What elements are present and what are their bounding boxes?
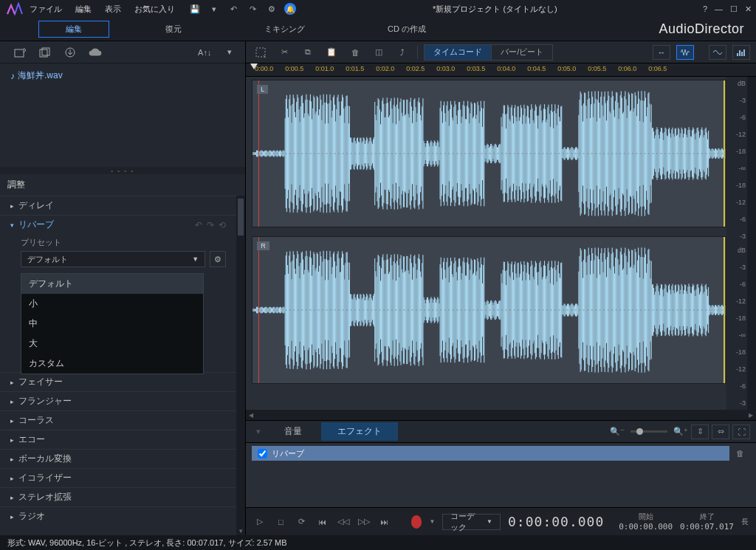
rewind-icon[interactable]: ◁◁ bbox=[337, 514, 350, 530]
save-icon[interactable]: 💾 bbox=[188, 2, 202, 16]
fx-enable-checkbox[interactable] bbox=[258, 449, 267, 458]
effect-reverb[interactable]: ▾リバーブ ↶↷⟲ bbox=[0, 215, 236, 234]
waveform-right-channel[interactable]: R bbox=[252, 236, 726, 384]
codec-button[interactable]: コーデック▼ bbox=[442, 514, 501, 530]
file-item[interactable]: ♪ 海鮮丼.wav bbox=[7, 68, 238, 83]
dropdown-icon[interactable]: ▾ bbox=[207, 2, 221, 16]
skip-start-icon[interactable]: ⏮ bbox=[316, 514, 329, 530]
loop-icon[interactable]: ⟳ bbox=[295, 514, 308, 530]
cut-icon[interactable]: ✂ bbox=[275, 44, 293, 61]
channel-label-l: L bbox=[257, 85, 268, 94]
end-marker[interactable] bbox=[724, 80, 725, 227]
mode-edit[interactable]: 編集 bbox=[38, 21, 109, 38]
effect-vocal[interactable]: ▸ボーカル変換 bbox=[0, 449, 236, 468]
tab-effect[interactable]: エフェクト bbox=[321, 422, 398, 441]
redo-icon[interactable]: ↷ bbox=[246, 2, 259, 16]
effect-phaser[interactable]: ▸フェイサー bbox=[0, 372, 236, 391]
preset-option-large[interactable]: 大 bbox=[21, 334, 203, 354]
menu-favorites[interactable]: お気に入り bbox=[134, 4, 175, 15]
forward-icon[interactable]: ▷▷ bbox=[357, 514, 371, 530]
collapse-icon[interactable]: ▾ bbox=[256, 427, 261, 436]
scrollbar-thumb[interactable] bbox=[238, 199, 244, 236]
sort-button[interactable]: A↑↓ bbox=[198, 46, 211, 59]
preset-settings-icon[interactable]: ⚙ bbox=[210, 251, 226, 267]
playhead-icon[interactable] bbox=[250, 63, 258, 69]
export-icon[interactable]: ⤴ bbox=[394, 44, 411, 61]
fx-delete-icon[interactable]: 🗑 bbox=[736, 449, 744, 458]
zoom-fit-icon[interactable]: ⛶ bbox=[732, 424, 750, 439]
effect-eq[interactable]: ▸イコライザー bbox=[0, 468, 236, 487]
undo-icon[interactable]: ↶ bbox=[195, 220, 202, 230]
timecode-button[interactable]: タイムコード bbox=[425, 45, 492, 60]
scroll-right-icon[interactable]: ▶ bbox=[746, 410, 756, 420]
stop-icon[interactable]: □ bbox=[274, 514, 287, 530]
effects-scrollbar[interactable]: ▼ bbox=[236, 196, 245, 535]
import-file-icon[interactable] bbox=[13, 46, 27, 59]
mode-mixing[interactable]: ミキシング bbox=[238, 21, 331, 37]
start-marker[interactable] bbox=[258, 80, 259, 227]
menu-edit[interactable]: 編集 bbox=[75, 4, 92, 15]
paste-icon[interactable]: 📋 bbox=[323, 44, 340, 61]
zoom-in-icon[interactable]: 🔍⁺ bbox=[673, 427, 688, 436]
library-icon[interactable] bbox=[38, 46, 52, 59]
tab-volume[interactable]: 音量 bbox=[268, 422, 318, 441]
preset-select[interactable]: デフォルト ▼ bbox=[21, 251, 205, 267]
record-options-icon[interactable]: ▼ bbox=[429, 518, 435, 525]
menu-file[interactable]: ファイル bbox=[30, 4, 62, 15]
notification-icon[interactable]: 🔔 bbox=[284, 3, 296, 15]
redo-icon[interactable]: ↷ bbox=[207, 220, 214, 230]
sort-caret-icon[interactable]: ▾ bbox=[223, 46, 236, 59]
delete-icon[interactable]: 🗑 bbox=[346, 44, 364, 61]
selection-tool-icon[interactable] bbox=[252, 44, 269, 61]
play-icon[interactable]: ▷ bbox=[253, 514, 267, 530]
menu-view[interactable]: 表示 bbox=[105, 4, 121, 15]
effect-stereo[interactable]: ▸ステレオ拡張 bbox=[0, 487, 236, 506]
zoom-out-icon[interactable]: 🔍⁻ bbox=[610, 427, 625, 436]
zoom-slider[interactable] bbox=[630, 430, 667, 433]
scroll-left-icon[interactable]: ◀ bbox=[246, 410, 256, 420]
undo-icon[interactable]: ↶ bbox=[227, 2, 240, 16]
view-mode-2-icon[interactable] bbox=[676, 45, 694, 60]
settings-icon[interactable]: ⚙ bbox=[265, 2, 278, 16]
maximize-icon[interactable]: ☐ bbox=[730, 4, 738, 14]
scroll-down-icon[interactable]: ▼ bbox=[236, 526, 245, 535]
wave-vscrollbar[interactable] bbox=[747, 77, 756, 410]
view-wave-icon[interactable] bbox=[709, 45, 726, 60]
skip-end-icon[interactable]: ⏭ bbox=[378, 514, 391, 530]
reset-icon[interactable]: ⟲ bbox=[219, 220, 226, 230]
download-icon[interactable] bbox=[63, 46, 77, 59]
zoom-horiz-icon[interactable]: ⇔ bbox=[712, 424, 729, 439]
cloud-icon[interactable] bbox=[89, 46, 102, 59]
effect-flanger[interactable]: ▸フランジャー bbox=[0, 391, 236, 410]
close-icon[interactable]: ✕ bbox=[745, 4, 752, 14]
editor-toolbar: ✂ ⧉ 📋 🗑 ◫ ⤴ タイムコード バー/ビート ↔ bbox=[246, 41, 756, 63]
effect-echo[interactable]: ▸エコー bbox=[0, 430, 236, 449]
effect-chorus[interactable]: ▸コーラス bbox=[0, 410, 236, 430]
record-button[interactable] bbox=[411, 515, 422, 529]
preset-option-small[interactable]: 小 bbox=[21, 294, 203, 314]
fx-item-reverb[interactable]: リバーブ bbox=[252, 446, 729, 461]
view-spectrum-icon[interactable] bbox=[732, 45, 750, 60]
adjust-header: 調整 bbox=[0, 174, 245, 196]
panel-splitter[interactable]: • • • • bbox=[0, 167, 245, 174]
view-mode-1-icon[interactable]: ↔ bbox=[653, 45, 670, 60]
barbeat-button[interactable]: バー/ビート bbox=[492, 45, 552, 60]
help-icon[interactable]: ? bbox=[703, 4, 707, 14]
minimize-icon[interactable]: — bbox=[715, 4, 723, 14]
preset-option-medium[interactable]: 中 bbox=[21, 314, 203, 334]
wave-hscrollbar[interactable]: ◀ ▶ bbox=[246, 410, 756, 420]
effect-radio[interactable]: ▸ラジオ bbox=[0, 506, 236, 526]
end-marker[interactable] bbox=[724, 237, 725, 383]
mode-restore[interactable]: 復元 bbox=[139, 21, 208, 37]
copy-icon[interactable]: ⧉ bbox=[299, 44, 317, 61]
ruler-tick: 0:04.0 bbox=[497, 65, 515, 72]
zoom-vert-icon[interactable]: ⇕ bbox=[691, 424, 709, 439]
effect-delay[interactable]: ▸ディレイ bbox=[0, 196, 236, 215]
crop-icon[interactable]: ◫ bbox=[370, 44, 388, 61]
preset-option-custom[interactable]: カスタム bbox=[21, 354, 203, 374]
waveform-left-channel[interactable]: L bbox=[252, 80, 726, 227]
start-marker[interactable] bbox=[258, 237, 259, 383]
mode-cd[interactable]: CD の作成 bbox=[361, 21, 453, 37]
preset-option-default[interactable]: デフォルト bbox=[21, 274, 203, 294]
timeline-ruler[interactable]: 0:00.00:00.50:01.00:01.50:02.00:02.50:03… bbox=[246, 63, 756, 77]
